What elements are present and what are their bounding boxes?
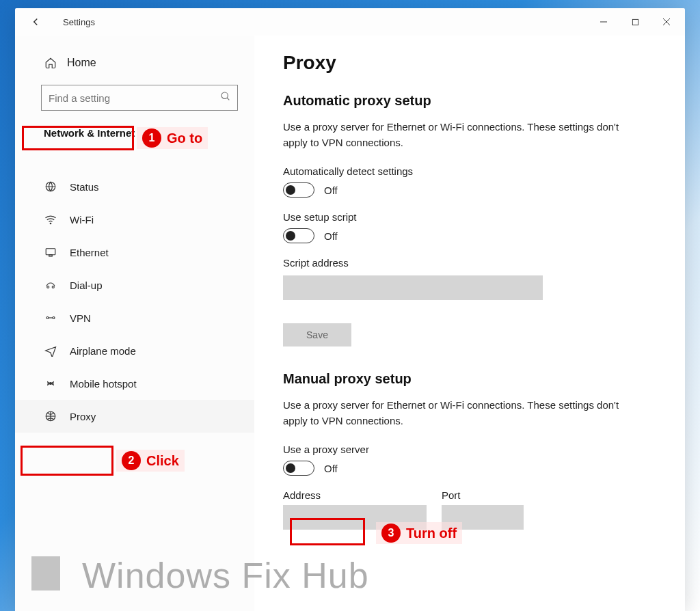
sidebar-item-airplane[interactable]: Airplane mode <box>15 334 254 367</box>
settings-window: Settings Home <box>15 8 685 611</box>
setup-script-label: Use setup script <box>283 211 658 223</box>
use-proxy-toggle[interactable] <box>283 461 314 476</box>
save-button[interactable]: Save <box>283 323 351 347</box>
sidebar-item-vpn[interactable]: VPN <box>15 301 254 334</box>
sidebar: Home Network & Internet Status <box>15 36 254 611</box>
sidebar-item-ethernet[interactable]: Ethernet <box>15 236 254 269</box>
airplane-icon <box>44 344 57 357</box>
sidebar-item-wifi[interactable]: Wi-Fi <box>15 203 254 236</box>
proxy-icon <box>44 409 57 423</box>
manual-desc: Use a proxy server for Ethernet or Wi-Fi… <box>283 398 645 429</box>
auto-detect-label: Automatically detect settings <box>283 165 658 177</box>
sidebar-item-label: VPN <box>70 312 91 324</box>
use-proxy-state: Off <box>324 463 338 474</box>
svg-point-15 <box>50 383 52 385</box>
setup-script-state: Off <box>324 230 338 242</box>
script-address-input[interactable] <box>283 275 543 300</box>
sidebar-item-label: Dial-up <box>70 280 103 291</box>
svg-point-7 <box>50 223 51 224</box>
sidebar-item-proxy[interactable]: Proxy <box>15 400 254 433</box>
sidebar-home-label: Home <box>67 57 96 69</box>
status-icon <box>44 180 57 193</box>
address-input[interactable] <box>283 505 427 530</box>
sidebar-item-label: Ethernet <box>70 247 109 258</box>
auto-heading: Automatic proxy setup <box>283 93 658 109</box>
dialup-icon <box>44 278 57 292</box>
main-panel: Proxy Automatic proxy setup Use a proxy … <box>254 36 685 611</box>
close-button[interactable] <box>651 11 682 33</box>
setup-script-toggle[interactable] <box>283 228 314 243</box>
minimize-button[interactable] <box>588 11 619 33</box>
address-label: Address <box>283 489 427 501</box>
back-button[interactable] <box>27 14 44 30</box>
auto-desc: Use a proxy server for Ethernet or Wi-Fi… <box>283 120 645 150</box>
maximize-button[interactable] <box>619 11 651 33</box>
sidebar-item-hotspot[interactable]: Mobile hotspot <box>15 367 254 400</box>
manual-heading: Manual proxy setup <box>283 371 658 387</box>
sidebar-item-label: Airplane mode <box>70 345 136 357</box>
ethernet-icon <box>44 245 57 259</box>
sidebar-item-status[interactable]: Status <box>15 170 254 203</box>
auto-detect-toggle[interactable] <box>283 182 314 198</box>
script-address-label: Script address <box>283 257 658 269</box>
port-input[interactable] <box>442 505 524 530</box>
sidebar-item-dialup[interactable]: Dial-up <box>15 269 254 301</box>
svg-rect-9 <box>49 255 53 256</box>
sidebar-item-label: Status <box>70 181 99 193</box>
content-area: Home Network & Internet Status <box>15 36 685 611</box>
sidebar-section-header: Network & Internet <box>15 120 254 146</box>
hotspot-icon <box>44 377 57 390</box>
home-icon <box>44 56 57 70</box>
sidebar-item-label: Wi-Fi <box>70 214 94 226</box>
svg-point-11 <box>52 286 54 288</box>
vpn-icon <box>44 311 57 325</box>
svg-point-13 <box>53 317 55 319</box>
svg-point-10 <box>47 286 49 288</box>
sidebar-item-label: Proxy <box>70 411 96 422</box>
sidebar-home[interactable]: Home <box>15 49 254 82</box>
sidebar-item-label: Mobile hotspot <box>70 378 137 390</box>
auto-detect-state: Off <box>324 185 338 196</box>
port-label: Port <box>442 489 524 501</box>
wifi-icon <box>44 213 57 226</box>
svg-rect-8 <box>46 249 55 255</box>
page-title: Proxy <box>283 52 658 74</box>
app-title: Settings <box>63 17 95 27</box>
svg-point-12 <box>46 317 49 319</box>
watermark-block <box>31 556 60 590</box>
sidebar-nav-list: Status Wi-Fi Ethernet <box>15 170 254 433</box>
search-input[interactable] <box>41 85 238 111</box>
titlebar: Settings <box>15 8 685 36</box>
svg-rect-1 <box>632 19 638 25</box>
use-proxy-label: Use a proxy server <box>283 444 658 455</box>
